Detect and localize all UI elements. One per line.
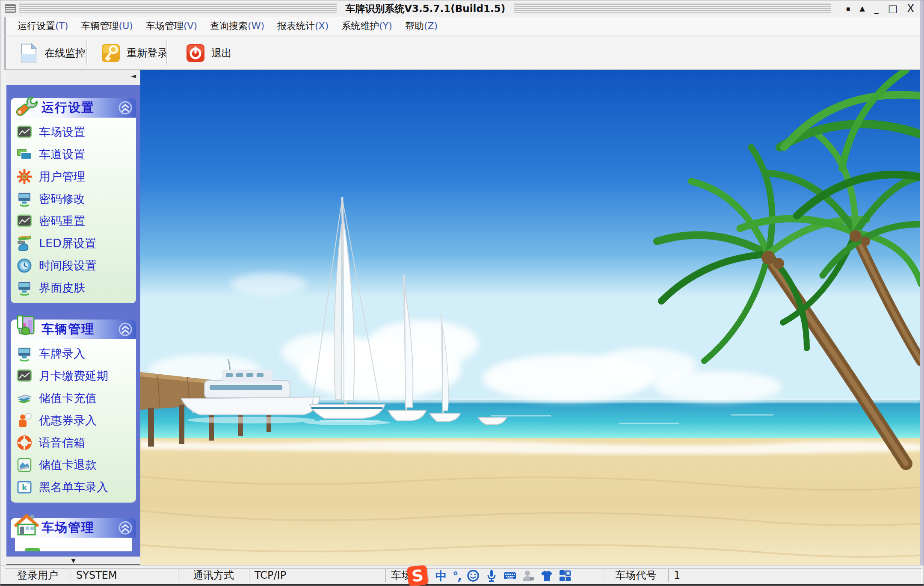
sidebar-scroll-down-button[interactable]: ▼: [71, 557, 76, 564]
refund-card-icon: [17, 457, 32, 473]
sidebar-item-interface-skin[interactable]: 界面皮肤: [11, 277, 136, 299]
titlebar-gripper-right: [514, 3, 831, 14]
app-icon: [5, 4, 16, 13]
menu-vehicle-management[interactable]: 车辆管理(U): [75, 20, 139, 33]
house-icon: [14, 512, 39, 537]
menu-run-settings[interactable]: 运行设置(T): [11, 20, 75, 33]
sidebar-group-parking-management: 车场管理: [11, 518, 136, 551]
group-title: 运行设置: [41, 99, 95, 116]
status-comm-mode-label: 通讯方式: [178, 568, 249, 582]
online-monitor-button[interactable]: 在线监控: [15, 41, 89, 65]
toolbox-grid-icon[interactable]: [559, 569, 572, 582]
sidebar-item-password-change[interactable]: 密码修改: [11, 188, 136, 210]
status-login-user-label: 登录用户: [5, 568, 71, 582]
sidebar-item-parking-lot-settings[interactable]: 车场设置: [11, 121, 136, 143]
gear-icon: [17, 169, 32, 184]
account-person-icon[interactable]: [522, 569, 535, 582]
group-items-parking-management-partial: [15, 538, 132, 551]
key-icon: [101, 43, 121, 63]
status-comm-mode-value: TCP/IP: [249, 568, 385, 582]
group-header-run-settings[interactable]: 运行设置: [11, 98, 136, 118]
collapse-chevron-icon[interactable]: [118, 322, 133, 337]
window-right-edge: [920, 0, 924, 586]
toolbar-separator: [166, 41, 168, 65]
collapse-chevron-icon[interactable]: [118, 521, 133, 535]
status-login-user-value: SYSTEM: [71, 568, 178, 582]
sidebar-item-stored-card-refund[interactable]: 储值卡退款: [11, 454, 136, 476]
chinese-mode-icon[interactable]: 中: [435, 570, 447, 582]
sidebar-item-password-reset[interactable]: 密码重置: [11, 210, 136, 232]
led-screen-icon: [17, 236, 32, 251]
toolbar-separator: [86, 41, 88, 65]
beach-wallpaper: [140, 70, 921, 565]
chart-screen-icon: [17, 213, 32, 229]
dual-screen-icon: [17, 147, 32, 162]
toolbar: 在线监控 重新登录 退出: [4, 36, 921, 70]
sidebar-collapse-button[interactable]: ◄: [131, 73, 136, 80]
rollup-button[interactable]: ▲: [860, 5, 865, 12]
menu-report-statistics[interactable]: 报表统计(X): [271, 20, 335, 33]
chart-screen-icon: [17, 368, 32, 384]
menu-bar: 运行设置(T) 车辆管理(U) 车场管理(V) 查询搜索(W) 报表统计(X) …: [4, 17, 921, 36]
status-lot-code-value: 1: [668, 568, 922, 582]
sogou-logo-icon[interactable]: S: [407, 565, 429, 586]
sidebar-group-vehicle-management: 车辆管理 车牌录入: [11, 320, 136, 503]
maximize-button[interactable]: □: [888, 3, 898, 14]
minimize-button[interactable]: _: [874, 4, 879, 13]
status-bar: 登录用户 SYSTEM 通讯方式 TCP/IP 车场 车场代号 1 S 中 °,: [0, 565, 924, 586]
exit-button[interactable]: 退出: [182, 41, 235, 65]
relogin-button[interactable]: 重新登录: [98, 41, 171, 65]
monitor-icon: [17, 191, 32, 207]
menu-system-maintenance[interactable]: 系统维护(Y): [335, 20, 399, 33]
app-window: 车牌识别系统V3.5.7.1(Build1.5) ▪ ▲ _ □ X 运行设置(…: [0, 0, 924, 586]
menu-parking-management[interactable]: 车场管理(V): [139, 20, 204, 33]
monitor-icon: [17, 346, 32, 361]
sidebar-scroll-strip: ▼: [6, 556, 140, 565]
clipped-item-icon: [25, 548, 40, 551]
window-title: 车牌识别系统V3.5.7.1(Build1.5): [340, 2, 510, 15]
close-button[interactable]: X: [907, 3, 914, 14]
menu-query-search[interactable]: 查询搜索(W): [204, 20, 271, 33]
group-title: 车场管理: [41, 519, 95, 536]
titlebar-gripper-left: [19, 3, 337, 14]
sidebar-item-voice-mailbox[interactable]: 语音信箱: [11, 432, 136, 454]
punctuation-icon[interactable]: °,: [453, 570, 461, 582]
voice-mic-icon[interactable]: [485, 569, 498, 582]
sidebar-item-lane-settings[interactable]: 车道设置: [11, 143, 136, 166]
skin-shirt-icon[interactable]: [540, 569, 553, 582]
window-controls: ▪ ▲ _ □ X: [835, 3, 920, 14]
group-items-run-settings: 车场设置 车道设置: [11, 118, 136, 303]
svg-text:k: k: [22, 483, 27, 492]
group-items-vehicle-management: 车牌录入 月卡缴费延期 储值卡充值: [11, 339, 136, 503]
sidebar: 运行设置 车场设置: [6, 85, 140, 556]
main-content-area: [140, 70, 921, 565]
group-header-vehicle-management[interactable]: 车辆管理: [11, 320, 136, 339]
ime-language-bar: S 中 °,: [408, 566, 572, 586]
lifebuoy-icon: [17, 435, 32, 450]
flask-icon: [14, 314, 39, 339]
blacklist-k-icon: k: [17, 479, 32, 495]
sidebar-item-led-screen-settings[interactable]: LED屏设置: [11, 232, 136, 255]
document-icon: [19, 43, 38, 63]
sidebar-item-stored-card-recharge[interactable]: 储值卡充值: [11, 387, 136, 409]
tools-icon: [14, 92, 39, 117]
shade-button[interactable]: ▪: [846, 6, 850, 12]
collapse-chevron-icon[interactable]: [118, 101, 133, 115]
chart-screen-icon: [17, 124, 32, 140]
power-icon: [186, 43, 205, 63]
menu-help[interactable]: 帮助(Z): [399, 20, 444, 33]
sidebar-item-plate-entry[interactable]: 车牌录入: [11, 343, 136, 365]
sidebar-item-user-management[interactable]: 用户管理: [11, 166, 136, 188]
sidebar-item-monthly-card-renewal[interactable]: 月卡缴费延期: [11, 365, 136, 387]
soft-keyboard-icon[interactable]: [503, 569, 516, 582]
clock-icon: [17, 258, 32, 273]
group-header-parking-management[interactable]: 车场管理: [11, 518, 136, 538]
sidebar-collapse-strip: ◄: [6, 70, 140, 86]
emoji-icon[interactable]: [467, 569, 480, 582]
sidebar-item-blacklist-entry[interactable]: k 黑名单车录入: [11, 476, 136, 498]
person-coupon-icon: [17, 413, 32, 428]
sidebar-item-time-period-settings[interactable]: 时间段设置: [11, 255, 136, 277]
group-title: 车辆管理: [41, 321, 95, 338]
title-bar[interactable]: 车牌识别系统V3.5.7.1(Build1.5) ▪ ▲ _ □ X: [0, 0, 924, 17]
sidebar-item-coupon-entry[interactable]: 优惠券录入: [11, 409, 136, 432]
